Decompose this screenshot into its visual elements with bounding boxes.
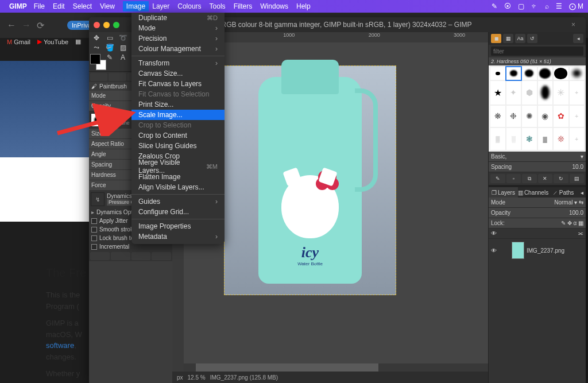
status-zoom[interactable]: 12.5 % — [188, 374, 206, 381]
menu-transform[interactable]: Transform — [131, 58, 225, 68]
tab-paths[interactable]: ⟋Paths — [548, 187, 578, 198]
brush-del-icon[interactable]: ✕ — [538, 174, 553, 183]
warp-tool-icon[interactable]: ⤳ — [91, 44, 102, 52]
brush-item[interactable]: ✦ — [506, 81, 521, 105]
brush-open-icon[interactable]: ▤ — [570, 174, 585, 183]
menu-canvas-size[interactable]: Canvas Size... — [131, 68, 225, 79]
menu-metadata[interactable]: Metadata — [131, 231, 225, 242]
menu-edit[interactable]: Edit — [53, 2, 65, 10]
tab-channels[interactable]: ▥Channels — [518, 187, 548, 198]
layers-dock-tabs[interactable]: ❐Layers ▥Channels ⟋Paths ◂ — [489, 187, 586, 198]
menu-colours[interactable]: Colours — [177, 2, 201, 10]
battery-icon[interactable]: ▢ — [518, 2, 524, 10]
brush-item[interactable]: + — [570, 128, 585, 150]
menu-guides[interactable]: Guides — [131, 196, 225, 207]
text-tool-icon[interactable]: A — [117, 53, 129, 61]
status-unit[interactable]: px — [177, 374, 183, 381]
toolopt-bottom-buttons[interactable] — [89, 251, 172, 261]
brush-item[interactable]: ❋ — [490, 106, 505, 127]
clock-menu[interactable]: ⨀ M — [569, 2, 583, 10]
reset-preset-icon[interactable] — [152, 252, 171, 260]
menu-windows[interactable]: Windows — [260, 2, 288, 10]
dock-menu-icon[interactable]: ◂ — [578, 187, 586, 198]
record-icon[interactable]: ⦿ — [504, 2, 511, 10]
control-center-icon[interactable]: ☰ — [556, 2, 562, 10]
brush-item[interactable]: ⬢ — [522, 81, 537, 105]
minimize-icon[interactable] — [103, 22, 110, 28]
link-icon[interactable]: ⫘ — [578, 230, 583, 237]
window-controls[interactable] — [94, 22, 119, 28]
toolopt-tab-icon[interactable] — [109, 73, 126, 81]
menu-file[interactable]: File — [34, 2, 45, 10]
brush-item[interactable]: ▒ — [490, 128, 505, 150]
brushes-tab-icon[interactable]: ◼ — [491, 34, 501, 43]
fg-bg-swatch[interactable] — [90, 54, 106, 70]
menu-print-size[interactable]: Print Size... — [131, 99, 225, 110]
brush-item[interactable]: ✺ — [522, 106, 537, 127]
select-tool-icon[interactable]: ▭ — [104, 34, 115, 42]
menu-tools[interactable]: Tools — [210, 2, 226, 10]
menu-colour-management[interactable]: Colour Management — [131, 44, 225, 54]
menu-view[interactable]: View — [100, 2, 115, 10]
bookmark-youtube[interactable]: ▶YouTube — [37, 38, 68, 45]
brush-item[interactable] — [490, 67, 505, 80]
brush-item[interactable] — [538, 81, 553, 105]
save-preset-icon[interactable] — [90, 252, 110, 260]
layer-lock-row[interactable]: Lock:✎ ✥ α ▦ — [489, 218, 586, 229]
brush-item[interactable] — [538, 67, 553, 80]
brush-item[interactable]: ✳ — [554, 81, 568, 105]
menu-precision[interactable]: Precision — [131, 33, 225, 44]
close-tab-icon[interactable]: × — [571, 21, 575, 29]
brush-item[interactable]: ❊ — [554, 128, 568, 150]
menu-select[interactable]: Select — [73, 2, 92, 10]
brush-new-icon[interactable]: ▫ — [506, 174, 521, 183]
menu-image-properties[interactable]: Image Properties — [131, 221, 225, 231]
image-menu-dropdown[interactable]: Duplicate⌘D Mode Precision Colour Manage… — [131, 13, 225, 244]
brush-item[interactable]: ❃ — [522, 128, 537, 150]
history-tab-icon[interactable]: ↺ — [527, 34, 537, 43]
stylus-icon[interactable]: ✎ — [492, 2, 497, 10]
menu-slice-guides[interactable]: Slice Using Guides — [131, 141, 225, 151]
h-scrollbar[interactable] — [184, 363, 488, 372]
menu-help[interactable]: Help — [296, 2, 311, 10]
zoom-icon[interactable] — [113, 22, 119, 28]
layer-name[interactable]: IMG_2237.png — [527, 247, 564, 254]
menu-merge-visible[interactable]: Merge Visible Layers...⌘M — [131, 161, 225, 172]
back-button[interactable]: ← — [7, 20, 16, 30]
brush-item[interactable] — [522, 67, 537, 80]
layer-thumbnail[interactable] — [512, 242, 524, 259]
brush-grid[interactable]: ✦ ⬢ ✳ + ❋ ❉ ✺ ◉ ✿ + ▒ ░ ❃ ▓ ❊ + — [489, 65, 586, 152]
close-icon[interactable] — [94, 22, 100, 28]
brush-item[interactable] — [554, 67, 568, 80]
layer-mode-row[interactable]: ModeNormal ▾ ⇆ — [489, 198, 586, 208]
app-name[interactable]: GIMP — [9, 2, 27, 10]
image-canvas[interactable]: icy Water Bottle — [224, 65, 396, 295]
brush-item[interactable] — [570, 67, 585, 80]
fonts-tab-icon[interactable]: Aa — [515, 34, 525, 43]
eye-icon[interactable]: 👁 — [491, 247, 499, 254]
layer-row[interactable]: 👁 IMG_2237.png — [489, 239, 586, 262]
brush-item[interactable] — [490, 81, 505, 105]
wifi-icon[interactable]: ᯤ — [531, 2, 538, 10]
menu-align-visible[interactable]: Align Visible Layers... — [131, 182, 225, 192]
dock-menu-icon[interactable]: ◂ — [573, 34, 583, 43]
menu-flatten[interactable]: Flatten Image — [131, 172, 225, 182]
lasso-tool-icon[interactable]: ➰ — [117, 34, 129, 42]
brush-item[interactable]: ❉ — [506, 106, 521, 127]
move-tool-icon[interactable]: ✥ — [91, 34, 102, 42]
patterns-tab-icon[interactable]: ▦ — [503, 34, 513, 43]
search-icon[interactable]: ⌕ — [545, 2, 549, 10]
bookmark-gmail[interactable]: MGmail — [7, 38, 30, 45]
brush-edit-icon[interactable]: ✎ — [490, 174, 505, 183]
menu-scale-image[interactable]: Scale Image... — [131, 110, 225, 120]
brush-item[interactable]: ✿ — [554, 106, 568, 127]
brush-item[interactable]: ░ — [506, 128, 521, 150]
menu-configure-grid[interactable]: Configure Grid... — [131, 207, 225, 217]
menu-mode[interactable]: Mode — [131, 23, 225, 33]
menu-duplicate[interactable]: Duplicate⌘D — [131, 13, 225, 23]
tab-layers[interactable]: ❐Layers — [489, 187, 518, 198]
menu-filters[interactable]: Filters — [234, 2, 253, 10]
brush-spacing-row[interactable]: Spacing10.0 — [489, 162, 586, 172]
software-link[interactable]: software — [46, 341, 74, 350]
brush-dup-icon[interactable]: ⧉ — [522, 174, 537, 183]
